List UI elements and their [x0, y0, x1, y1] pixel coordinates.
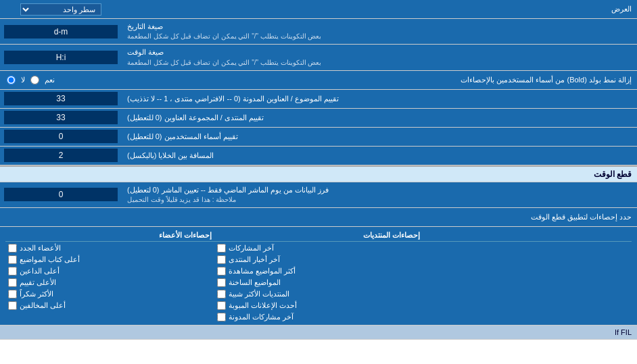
col2-item-5-checkbox[interactable]	[217, 290, 226, 298]
col1-item-4-label: الأعلى تقييم	[20, 278, 56, 287]
section-header-cutoff: قطع الوقت	[0, 165, 637, 182]
col1-item-2-label: أعلى كتاب المواضيع	[20, 255, 80, 264]
topic-order-input[interactable]	[4, 92, 118, 105]
col2-item-3-label: أكثر المواضيع مشاهدة	[229, 267, 296, 276]
hadded-label: حدد إحصاءات لتطبيق قطع الوقت	[0, 210, 637, 224]
date-format-label: صيغة التاريخ	[127, 22, 163, 32]
cutoff-input[interactable]	[4, 188, 118, 201]
cell-spacing-input[interactable]	[4, 149, 118, 162]
list-item: أعلى الداعين	[5, 266, 214, 276]
col2-item-6-label: أحدث الإعلانات المبوبة	[229, 301, 297, 310]
user-names-label: تقييم أسماء المستخدمين (0 للتعطيل)	[122, 128, 637, 146]
col2-item-7-checkbox[interactable]	[217, 313, 226, 321]
list-item: آخر مشاركات المدونة	[214, 312, 423, 322]
cell-spacing-input-cell	[0, 147, 122, 165]
list-item: آخر أخبار المنتدى	[214, 255, 423, 265]
col2-item-3-checkbox[interactable]	[217, 267, 226, 276]
time-format-label-cell: صيغة الوقت بعض التكوينات يتطلب "/" التي …	[122, 45, 637, 70]
col1-item-1-label: الأعضاء الجدد	[20, 244, 61, 253]
col2-item-1-checkbox[interactable]	[217, 244, 226, 253]
checkboxes-grid: آخر المشاركات آخر أخبار المنتدى أكثر الم…	[5, 243, 632, 322]
forum-order-input-cell	[0, 109, 122, 127]
list-item: الأكثر شكراً	[5, 289, 214, 299]
list-item: آخر المشاركات	[214, 243, 423, 253]
col1-item-5-checkbox[interactable]	[8, 290, 17, 298]
hadded-row: حدد إحصاءات لتطبيق قطع الوقت	[0, 208, 637, 227]
cutoff-input-cell	[0, 182, 122, 207]
cutoff-note: ملاحظة : هذا قد يزيد قليلاً وقت التحميل	[127, 195, 236, 205]
display-row: العرض سطر واحدسطرينثلاثة أسطر	[0, 0, 637, 19]
user-names-row: تقييم أسماء المستخدمين (0 للتعطيل)	[0, 128, 637, 147]
time-format-row: صيغة الوقت بعض التكوينات يتطلب "/" التي …	[0, 45, 637, 70]
bold-yes-radio[interactable]	[30, 76, 39, 84]
col1-item-6-checkbox[interactable]	[8, 301, 17, 310]
display-select[interactable]: سطر واحدسطرينثلاثة أسطر	[20, 3, 101, 16]
date-format-label-cell: صيغة التاريخ بعض التكوينات يتطلب "/" الت…	[122, 19, 637, 44]
list-item: أعلى كتاب المواضيع	[5, 255, 214, 265]
col1-item-6-label: أعلى المخالفين	[20, 301, 66, 310]
col2-item-1-label: آخر المشاركات	[229, 244, 274, 253]
col1-item-3-checkbox[interactable]	[8, 267, 17, 276]
checkboxes-section: إحصاءات المنتديات إحصاءات الأعضاء آخر ال…	[0, 227, 637, 326]
col1-checkboxes: الأعضاء الجدد أعلى كتاب المواضيع أعلى ال…	[5, 243, 214, 322]
col2-item-2-checkbox[interactable]	[217, 255, 226, 264]
list-item: أحدث الإعلانات المبوبة	[214, 301, 423, 311]
cutoff-label-cell: فرز البيانات من يوم الماشر الماضي فقط --…	[122, 182, 637, 207]
forum-order-input[interactable]	[4, 111, 118, 124]
cell-spacing-label: المسافة بين الخلايا (بالبكسل)	[122, 147, 637, 165]
list-item: الأعلى تقييم	[5, 278, 214, 288]
cutoff-label: فرز البيانات من يوم الماشر الماضي فقط --…	[127, 185, 329, 195]
time-format-label: صيغة الوقت	[127, 47, 164, 57]
filter-row: If FIL	[0, 326, 637, 340]
time-format-sublabel: بعض التكوينات يتطلب "/" التي يمكن ان تضا…	[127, 58, 321, 68]
col2-item-6-checkbox[interactable]	[217, 301, 226, 310]
list-item: أكثر المواضيع مشاهدة	[214, 266, 423, 276]
date-format-row: صيغة التاريخ بعض التكوينات يتطلب "/" الت…	[0, 19, 637, 45]
checkboxes-header: إحصاءات المنتديات إحصاءات الأعضاء	[5, 230, 632, 242]
user-names-input-cell	[0, 128, 122, 146]
topic-order-input-cell	[0, 90, 122, 108]
col1-item-1-checkbox[interactable]	[8, 244, 17, 253]
time-format-input-cell	[0, 45, 122, 70]
forum-order-row: تقييم المنتدى / المجموعة العناوين (0 للت…	[0, 109, 637, 128]
col2-checkboxes: آخر المشاركات آخر أخبار المنتدى أكثر الم…	[214, 243, 423, 322]
bold-no-radio[interactable]	[7, 76, 16, 84]
col1-item-4-checkbox[interactable]	[8, 278, 17, 287]
bold-remove-label: إزالة نمط بولد (Bold) من أسماء المستخدمي…	[122, 73, 637, 87]
list-item: المواضيع الساخنة	[214, 278, 423, 288]
col2-item-7-label: آخر مشاركات المدونة	[229, 313, 293, 321]
list-item: المنتديات الأكثر شبية	[214, 289, 423, 299]
topic-order-label: تقييم الموضوع / العناوين المدونة (0 -- ا…	[122, 90, 637, 108]
date-format-sublabel: بعض التكوينات يتطلب "/" التي يمكن ان تضا…	[127, 32, 321, 41]
user-names-input[interactable]	[4, 130, 118, 143]
topic-order-row: تقييم الموضوع / العناوين المدونة (0 -- ا…	[0, 90, 637, 109]
list-item: أعلى المخالفين	[5, 301, 214, 311]
forum-order-label: تقييم المنتدى / المجموعة العناوين (0 للت…	[122, 109, 637, 127]
date-format-input-cell	[0, 19, 122, 44]
time-format-input[interactable]	[4, 51, 118, 64]
bold-remove-options: نعم لا	[0, 74, 122, 86]
col3-header	[423, 230, 632, 241]
cutoff-row: فرز البيانات من يوم الماشر الماضي فقط --…	[0, 182, 637, 208]
date-format-input[interactable]	[4, 25, 118, 38]
col2-item-5-label: المنتديات الأكثر شبية	[229, 290, 289, 298]
col1-item-2-checkbox[interactable]	[8, 255, 17, 264]
col3	[423, 243, 632, 322]
col1-header: إحصاءات الأعضاء	[5, 230, 214, 241]
bold-yes-label: نعم	[45, 76, 55, 84]
filter-text: If FIL	[615, 328, 632, 336]
list-item: الأعضاء الجدد	[5, 243, 214, 253]
col1-item-5-label: الأكثر شكراً	[20, 290, 53, 298]
bold-remove-row: إزالة نمط بولد (Bold) من أسماء المستخدمي…	[0, 71, 637, 90]
col2-item-4-checkbox[interactable]	[217, 278, 226, 287]
col1-item-3-label: أعلى الداعين	[20, 267, 60, 276]
display-label: العرض	[122, 2, 637, 16]
col2-item-2-label: آخر أخبار المنتدى	[229, 255, 280, 264]
col2-header: إحصاءات المنتديات	[214, 230, 423, 241]
bold-no-label: لا	[21, 76, 25, 84]
display-select-cell: سطر واحدسطرينثلاثة أسطر	[0, 1, 122, 18]
col2-item-4-label: المواضيع الساخنة	[229, 278, 281, 287]
cell-spacing-row: المسافة بين الخلايا (بالبكسل)	[0, 147, 637, 165]
